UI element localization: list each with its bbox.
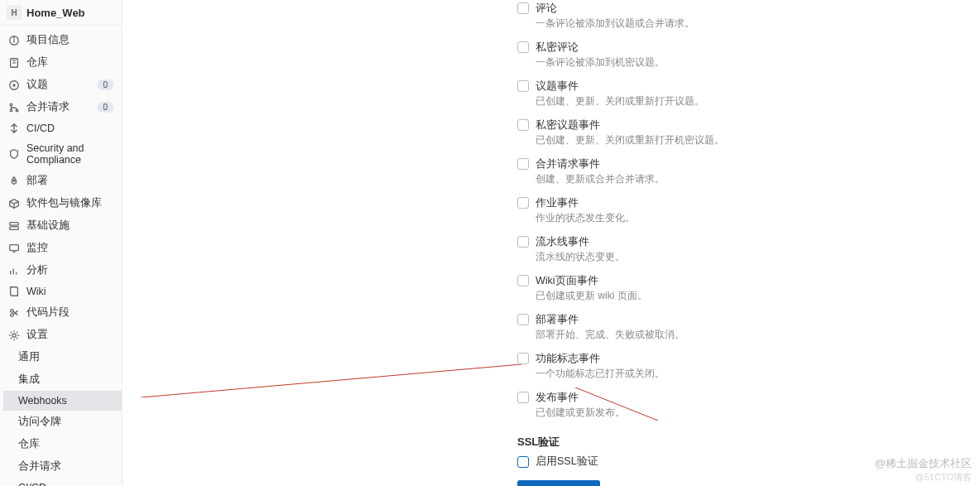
trigger-desc: 一条评论被添加到议题或合并请求。 <box>536 17 694 31</box>
nav-badge: 0 <box>97 102 113 113</box>
nav-item-gear[interactable]: 设置 <box>0 324 122 346</box>
settings-sub-item[interactable]: 通用 <box>3 346 122 368</box>
trigger-checkbox[interactable] <box>517 353 529 364</box>
project-avatar: H <box>7 5 22 20</box>
nav-label: 合并请求 <box>26 100 70 114</box>
settings-sub-item[interactable]: 合并请求 <box>3 455 122 478</box>
trigger-row[interactable]: 合并请求事件创建、更新或合并合并请求。 <box>517 157 964 186</box>
trigger-row[interactable]: 私密评论一条评论被添加到机密议题。 <box>517 41 964 70</box>
trigger-row[interactable]: 作业事件作业的状态发生变化。 <box>517 196 964 225</box>
trigger-label: 功能标志事件 <box>536 352 665 366</box>
svg-point-19 <box>11 309 14 312</box>
add-webhook-button[interactable]: 添加webhook <box>517 480 600 486</box>
settings-sublist: 通用集成Webhooks访问令牌仓库合并请求CI/CD软件包与镜像库监控使用量配… <box>0 346 122 486</box>
shield-icon <box>8 148 20 160</box>
trigger-checkbox[interactable] <box>517 392 529 403</box>
scissors-icon <box>8 307 20 319</box>
chart-icon <box>8 265 20 277</box>
nav-item-infra[interactable]: 基础设施 <box>0 214 122 237</box>
trigger-desc: 一个功能标志已打开或关闭。 <box>536 367 665 381</box>
trigger-checkbox[interactable] <box>517 275 529 286</box>
trigger-row[interactable]: 议题事件已创建、更新、关闭或重新打开议题。 <box>517 79 964 108</box>
svg-point-11 <box>13 180 15 181</box>
trigger-text: 作业事件作业的状态发生变化。 <box>536 196 635 225</box>
watermark-juejin: @稀土掘金技术社区 <box>875 456 972 471</box>
pipeline-icon <box>8 123 20 134</box>
svg-point-20 <box>11 313 14 316</box>
trigger-row[interactable]: 部署事件部署开始、完成、失败或被取消。 <box>517 313 964 342</box>
nav-label: 议题 <box>26 78 48 92</box>
svg-point-23 <box>12 333 16 336</box>
settings-sub-item[interactable]: 仓库 <box>3 433 122 455</box>
trigger-checkbox[interactable] <box>517 158 529 170</box>
nav-label: Wiki <box>26 286 46 297</box>
trigger-text: 合并请求事件创建、更新或合并合并请求。 <box>536 157 665 186</box>
nav-item-repo[interactable]: 仓库 <box>0 51 122 74</box>
trigger-checkbox[interactable] <box>517 41 529 53</box>
nav-badge: 0 <box>97 79 113 90</box>
annotation-line-1 <box>141 364 521 397</box>
nav-item-rocket[interactable]: 部署 <box>0 170 122 192</box>
sidebar: H Home_Web 项目信息仓库议题0合并请求0CI/CDSecurity a… <box>0 0 122 486</box>
trigger-checkbox[interactable] <box>517 2 529 14</box>
svg-line-24 <box>141 364 521 397</box>
nav-item-book[interactable]: Wiki <box>0 281 122 301</box>
nav-item-scissors[interactable]: 代码片段 <box>0 301 122 324</box>
trigger-list: 评论一条评论被添加到议题或合并请求。私密评论一条评论被添加到机密议题。议题事件已… <box>517 2 964 420</box>
trigger-label: 合并请求事件 <box>536 157 665 171</box>
trigger-label: 流水线事件 <box>536 235 625 249</box>
nav-item-merge[interactable]: 合并请求0 <box>0 96 122 118</box>
trigger-desc: 已创建或更新发布。 <box>536 406 625 420</box>
svg-point-8 <box>10 103 12 106</box>
trigger-checkbox[interactable] <box>517 236 529 248</box>
trigger-row[interactable]: 功能标志事件一个功能标志已打开或关闭。 <box>517 352 964 381</box>
settings-sub-item[interactable]: 访问令牌 <box>3 411 122 433</box>
nav-item-package[interactable]: 软件包与镜像库 <box>0 192 122 214</box>
trigger-row[interactable]: 流水线事件流水线的状态变更。 <box>517 235 964 264</box>
trigger-desc: 已创建或更新 wiki 页面。 <box>536 289 647 303</box>
trigger-text: 流水线事件流水线的状态变更。 <box>536 235 625 264</box>
svg-point-9 <box>10 109 12 112</box>
trigger-label: 私密议题事件 <box>536 118 724 132</box>
trigger-text: 议题事件已创建、更新、关闭或重新打开议题。 <box>536 79 704 108</box>
nav-item-info[interactable]: 项目信息 <box>0 29 122 51</box>
nav-label: 代码片段 <box>26 306 70 320</box>
trigger-desc: 一条评论被添加到机密议题。 <box>536 55 665 70</box>
trigger-row[interactable]: Wiki页面事件已创建或更新 wiki 页面。 <box>517 274 964 303</box>
nav-label: CI/CD <box>26 123 55 134</box>
settings-sub-item[interactable]: CI/CD <box>3 478 122 486</box>
nav-item-shield[interactable]: Security and Compliance <box>0 138 122 170</box>
trigger-label: 部署事件 <box>536 313 685 327</box>
nav-label: 软件包与镜像库 <box>26 196 102 210</box>
watermark-51cto: @51CTO博客 <box>915 471 972 484</box>
project-name: Home_Web <box>26 7 85 19</box>
nav-item-chart[interactable]: 分析 <box>0 259 122 281</box>
svg-rect-14 <box>10 244 19 250</box>
nav-item-pipeline[interactable]: CI/CD <box>0 118 122 138</box>
trigger-row[interactable]: 评论一条评论被添加到议题或合并请求。 <box>517 2 964 31</box>
trigger-checkbox[interactable] <box>517 119 529 131</box>
trigger-row[interactable]: 发布事件已创建或更新发布。 <box>517 391 964 420</box>
trigger-checkbox[interactable] <box>517 314 529 325</box>
trigger-checkbox[interactable] <box>517 197 529 209</box>
nav-item-issue[interactable]: 议题0 <box>0 74 122 96</box>
nav-label: 项目信息 <box>26 33 70 47</box>
nav-label: 设置 <box>26 328 48 342</box>
trigger-desc: 作业的状态发生变化。 <box>536 211 635 225</box>
trigger-text: 功能标志事件一个功能标志已打开或关闭。 <box>536 352 665 381</box>
package-icon <box>8 198 20 209</box>
repo-icon <box>8 57 20 69</box>
trigger-checkbox[interactable] <box>517 80 529 92</box>
nav-item-monitor[interactable]: 监控 <box>0 237 122 259</box>
nav-label: 仓库 <box>26 55 48 70</box>
monitor-icon <box>8 243 20 254</box>
trigger-row[interactable]: 私密议题事件已创建、更新、关闭或重新打开机密议题。 <box>517 118 964 147</box>
settings-sub-item[interactable]: 集成 <box>3 368 122 391</box>
trigger-text: Wiki页面事件已创建或更新 wiki 页面。 <box>536 274 647 303</box>
ssl-checkbox[interactable] <box>517 456 529 468</box>
merge-icon <box>8 102 20 113</box>
infra-icon <box>8 220 20 232</box>
trigger-label: 议题事件 <box>536 79 704 94</box>
book-icon <box>8 286 20 297</box>
settings-sub-item[interactable]: Webhooks <box>3 391 122 411</box>
